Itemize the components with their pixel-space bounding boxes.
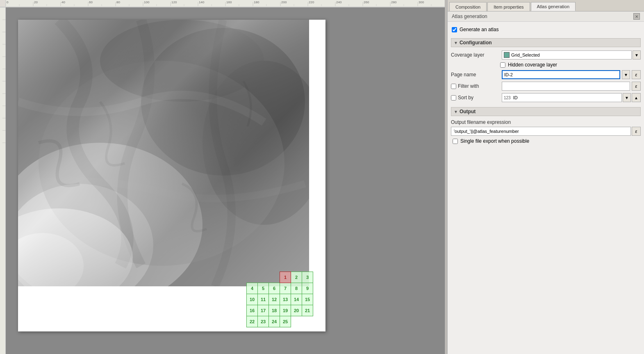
svg-text:80: 80 — [116, 0, 120, 4]
configuration-collapse-icon: ▼ — [454, 41, 458, 45]
close-icon: ✕ — [635, 14, 638, 19]
page-name-label: Page name — [451, 72, 500, 78]
ruler-svg: 0 20 40 60 80 100 120 — [6, 0, 445, 6]
output-section: ▼ Output Output filename expression ε — [451, 107, 641, 144]
generate-atlas-checkbox[interactable] — [452, 27, 457, 32]
grid-cell-12[interactable]: 12 — [269, 294, 280, 305]
configuration-section: ▼ Configuration Coverage layer Grid_Sele… — [451, 38, 641, 102]
terrain-svg — [18, 20, 309, 286]
grid-cell-6[interactable]: 6 — [269, 283, 280, 294]
grid-cell-7[interactable]: 7 — [280, 283, 291, 294]
output-expr-btn[interactable]: ε — [632, 127, 641, 136]
grid-cell-15[interactable]: 15 — [302, 294, 313, 305]
output-section-header[interactable]: ▼ Output — [451, 107, 641, 116]
page-name-expr-btn[interactable]: ε — [632, 70, 641, 79]
single-file-label[interactable]: Single file export when possible — [460, 138, 529, 144]
svg-text:100: 100 — [144, 0, 150, 4]
grid-cell-4[interactable]: 4 — [247, 283, 258, 294]
configuration-section-header[interactable]: ▼ Configuration — [451, 38, 641, 47]
sort-by-label[interactable]: Sort by — [458, 95, 473, 100]
filter-with-label[interactable]: Filter with — [458, 83, 479, 89]
tab-atlas-generation-label: Atlas generation — [537, 4, 570, 9]
output-filename-row: ε — [451, 127, 641, 136]
coverage-layer-icon — [504, 52, 510, 58]
grid-cell-13[interactable]: 13 — [280, 294, 291, 305]
page-name-dropdown-icon: ▼ — [624, 73, 628, 77]
panel-title-bar: Atlas generation ✕ — [448, 11, 644, 22]
hidden-coverage-checkbox[interactable] — [500, 62, 505, 68]
tab-item-properties-label: Item properties — [494, 5, 523, 9]
output-filename-label: Output filename expression — [451, 119, 511, 125]
grid-cell-20[interactable]: 20 — [291, 305, 302, 316]
tab-composition[interactable]: Composition — [449, 2, 487, 11]
grid-cell-5[interactable]: 5 — [258, 283, 269, 294]
generate-atlas-row: Generate an atlas — [451, 25, 641, 34]
svg-text:20: 20 — [34, 0, 38, 4]
grid-cell-10[interactable]: 10 — [247, 294, 258, 305]
tab-item-properties[interactable]: Item properties — [487, 2, 530, 11]
grid-cell-1[interactable]: 1 — [280, 272, 291, 283]
grid-cell-18[interactable]: 18 — [269, 305, 280, 316]
filter-with-row: Filter with ε — [451, 82, 641, 91]
hidden-coverage-label[interactable]: Hidden coverage layer — [508, 62, 557, 68]
svg-text:160: 160 — [226, 0, 232, 4]
svg-text:140: 140 — [199, 0, 205, 4]
grid-cell-21[interactable]: 21 — [302, 305, 313, 316]
filter-with-checkbox[interactable] — [451, 84, 456, 89]
svg-text:40: 40 — [61, 0, 65, 4]
sort-by-row: Sort by 123 ID ▼ ▲ — [451, 93, 641, 102]
svg-text:300: 300 — [419, 0, 424, 4]
tab-atlas-generation[interactable]: Atlas generation — [531, 2, 576, 11]
grid-overlay: 1 2 3 4 5 6 7 8 — [246, 272, 313, 327]
ruler-vertical-svg — [0, 7, 6, 336]
grid-cell-14[interactable]: 14 — [291, 294, 302, 305]
close-button[interactable]: ✕ — [633, 13, 640, 20]
epsilon-icon: ε — [635, 72, 637, 77]
grid-cell-8[interactable]: 8 — [291, 283, 302, 294]
canvas-scroll[interactable]: 1 2 3 4 5 6 7 8 — [0, 7, 445, 354]
ruler-vertical — [0, 7, 6, 354]
svg-text:120: 120 — [171, 0, 177, 4]
ruler-top: 0 20 40 60 80 100 120 — [0, 0, 445, 7]
sort-direction-btn[interactable]: ▲ — [632, 93, 641, 102]
sort-by-checkbox[interactable] — [451, 95, 456, 100]
coverage-layer-select[interactable]: Grid_Selected — [502, 50, 632, 59]
coverage-layer-dropdown-btn[interactable]: ▼ — [633, 50, 641, 59]
sort-dropdown-icon: ▼ — [625, 96, 629, 100]
output-filename-label-row: Output filename expression — [451, 119, 641, 125]
grid-cell-3[interactable]: 3 — [302, 272, 313, 283]
grid-cell-11[interactable]: 11 — [258, 294, 269, 305]
page-name-input[interactable] — [502, 70, 620, 79]
svg-text:180: 180 — [254, 0, 259, 4]
filter-expr-btn[interactable]: ε — [632, 82, 641, 91]
dropdown-arrow-icon: ▼ — [635, 53, 639, 57]
page-name-dropdown-btn[interactable]: ▼ — [622, 70, 630, 79]
single-file-row: Single file export when possible — [451, 138, 641, 144]
single-file-checkbox[interactable] — [453, 139, 458, 144]
grid-cell-2[interactable]: 2 — [291, 272, 302, 283]
output-epsilon-icon: ε — [635, 129, 637, 134]
sort-field-dropdown-btn[interactable]: ▼ — [623, 93, 631, 102]
coverage-layer-value: Grid_Selected — [511, 53, 540, 57]
output-filename-input[interactable] — [451, 127, 631, 136]
coverage-layer-row: Coverage layer Grid_Selected ▼ — [451, 50, 641, 59]
svg-text:240: 240 — [336, 0, 342, 4]
grid-cell-17[interactable]: 17 — [258, 305, 269, 316]
grid-cell-22[interactable]: 22 — [247, 316, 258, 327]
grid-cell-9[interactable]: 9 — [302, 283, 313, 294]
sort-field-select[interactable]: 123 ID — [502, 93, 622, 102]
output-collapse-icon: ▼ — [454, 110, 458, 114]
grid-cell-19[interactable]: 19 — [280, 305, 291, 316]
terrain-image — [18, 20, 309, 286]
grid-cell-16[interactable]: 16 — [247, 305, 258, 316]
filter-with-input[interactable] — [502, 82, 630, 91]
tab-composition-label: Composition — [455, 5, 480, 9]
grid-cell-24[interactable]: 24 — [269, 316, 280, 327]
right-panel-content: Generate an atlas ▼ Configuration Covera… — [448, 22, 644, 354]
grid-cell-23[interactable]: 23 — [258, 316, 269, 327]
svg-text:60: 60 — [89, 0, 93, 4]
grid-cell-25[interactable]: 25 — [280, 316, 291, 327]
svg-text:280: 280 — [391, 0, 397, 4]
generate-atlas-label[interactable]: Generate an atlas — [460, 27, 498, 32]
panel-title-text: Atlas generation — [452, 14, 487, 19]
